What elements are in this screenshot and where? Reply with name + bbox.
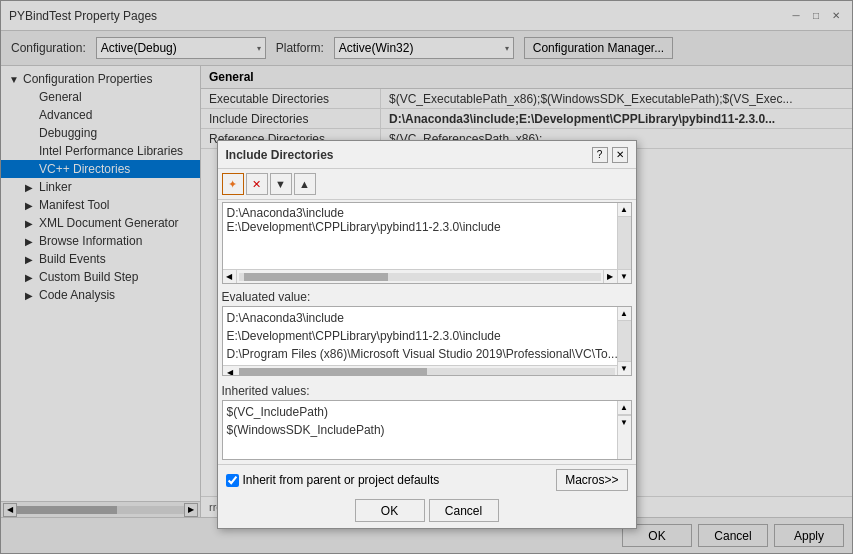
- inherit-checkbox-label: Inherit from parent or project defaults: [243, 473, 440, 487]
- eval-scroll-track: [618, 321, 631, 361]
- vscroll-down-btn[interactable]: ▼: [618, 269, 631, 283]
- inherit-scroll-down[interactable]: ▼: [618, 415, 631, 429]
- move-up-button[interactable]: ▲: [294, 173, 316, 195]
- list-item: D:\Anaconda3\include: [227, 206, 627, 220]
- inherited-values-content: $(VC_IncludePath) $(WindowsSDK_IncludePa…: [223, 401, 631, 441]
- dialog-title-controls: ? ✕: [592, 147, 628, 163]
- delete-directory-button[interactable]: ✕: [246, 173, 268, 195]
- modal-overlay: Include Directories ? ✕ ✦ ✕ ▼ ▲ D:\Anaco…: [0, 0, 853, 554]
- list-item: E:\Development\CPPLibrary\pybind11-2.3.0…: [227, 220, 627, 234]
- inherit-line-2: $(WindowsSDK_IncludePath): [227, 421, 627, 439]
- eval-hscroll-left[interactable]: ◀: [223, 366, 237, 376]
- dialog-ok-cancel-row: OK Cancel: [218, 495, 636, 528]
- dialog-ok-button[interactable]: OK: [355, 499, 425, 522]
- dialog-title-bar: Include Directories ? ✕: [218, 141, 636, 169]
- add-directory-button[interactable]: ✦: [222, 173, 244, 195]
- eval-hscrollbar[interactable]: ◀ ▶: [223, 365, 631, 376]
- dialog-close-button[interactable]: ✕: [612, 147, 628, 163]
- hscroll-right-btn[interactable]: ▶: [603, 270, 617, 283]
- vscroll-track: [618, 217, 631, 269]
- macros-button[interactable]: Macros>>: [556, 469, 627, 491]
- hscroll-track: [239, 273, 601, 281]
- dir-list-hscrollbar[interactable]: ◀ ▶: [223, 269, 617, 283]
- move-down-button[interactable]: ▼: [270, 173, 292, 195]
- inherit-scroll-up[interactable]: ▲: [618, 401, 631, 415]
- evaluated-label: Evaluated value:: [222, 290, 632, 304]
- dialog-footer: Inherit from parent or project defaults …: [218, 464, 636, 495]
- hscroll-left-btn[interactable]: ◀: [223, 270, 237, 283]
- dialog-title: Include Directories: [226, 148, 334, 162]
- inherit-vscrollbar[interactable]: ▲ ▼: [617, 401, 631, 459]
- evaluated-value-content: D:\Anaconda3\include E:\Development\CPPL…: [223, 307, 631, 365]
- dialog-toolbar: ✦ ✕ ▼ ▲: [218, 169, 636, 200]
- dir-list-vscrollbar[interactable]: ▲ ▼: [617, 203, 631, 283]
- eval-scroll-down[interactable]: ▼: [618, 361, 631, 375]
- evaluated-value-box: D:\Anaconda3\include E:\Development\CPPL…: [222, 306, 632, 376]
- include-directories-dialog: Include Directories ? ✕ ✦ ✕ ▼ ▲ D:\Anaco…: [217, 140, 637, 529]
- eval-htrack: [239, 368, 615, 376]
- dialog-cancel-button[interactable]: Cancel: [429, 499, 499, 522]
- eval-line-3: D:\Program Files (x86)\Microsoft Visual …: [227, 345, 627, 363]
- inherited-values-section: Inherited values: $(VC_IncludePath) $(Wi…: [222, 384, 632, 460]
- eval-scroll-up[interactable]: ▲: [618, 307, 631, 321]
- eval-hthumb: [239, 368, 427, 376]
- inherit-checkbox-row: Inherit from parent or project defaults: [226, 473, 440, 487]
- vscroll-up-btn[interactable]: ▲: [618, 203, 631, 217]
- inherit-checkbox[interactable]: [226, 474, 239, 487]
- directory-list-content: D:\Anaconda3\include E:\Development\CPPL…: [223, 203, 631, 237]
- evaluated-value-section: Evaluated value: D:\Anaconda3\include E:…: [222, 290, 632, 376]
- dialog-help-button[interactable]: ?: [592, 147, 608, 163]
- hscroll-thumb: [244, 273, 389, 281]
- inherited-values-box: $(VC_IncludePath) $(WindowsSDK_IncludePa…: [222, 400, 632, 460]
- eval-line-1: D:\Anaconda3\include: [227, 309, 627, 327]
- inherited-label: Inherited values:: [222, 384, 632, 398]
- eval-vscrollbar[interactable]: ▲ ▼: [617, 307, 631, 375]
- eval-line-2: E:\Development\CPPLibrary\pybind11-2.3.0…: [227, 327, 627, 345]
- directory-list[interactable]: D:\Anaconda3\include E:\Development\CPPL…: [222, 202, 632, 284]
- inherit-line-1: $(VC_IncludePath): [227, 403, 627, 421]
